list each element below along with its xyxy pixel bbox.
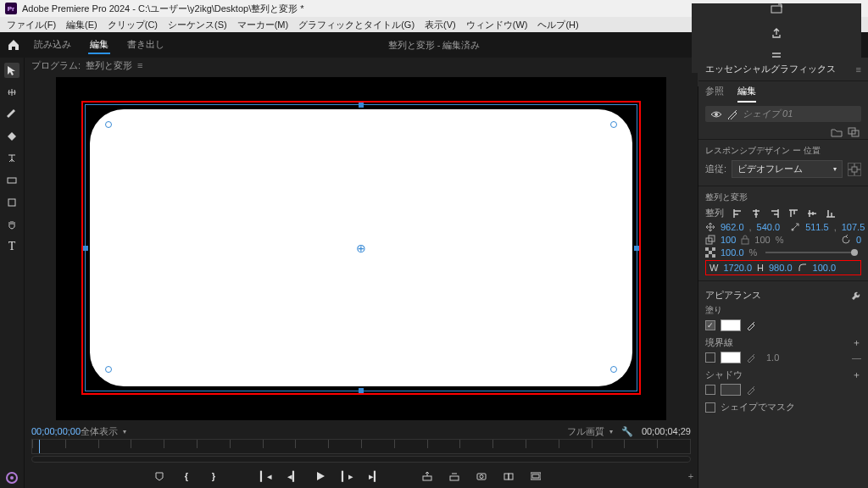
- hand-tool[interactable]: [4, 217, 19, 232]
- timeline-scrollbar[interactable]: [31, 456, 691, 463]
- go-to-out-button[interactable]: ▸▎: [368, 469, 381, 483]
- rectangle-tool[interactable]: [4, 129, 19, 144]
- workspace-tab-import[interactable]: 読み込み: [32, 36, 73, 54]
- edge-handle-bottom[interactable]: [359, 388, 364, 393]
- panel-menu-icon[interactable]: ≡: [856, 64, 861, 75]
- width-value[interactable]: 1720.0: [723, 263, 752, 273]
- selection-tool[interactable]: [4, 63, 19, 78]
- home-button[interactable]: [7, 38, 20, 52]
- mask-with-shape-checkbox[interactable]: [705, 402, 715, 413]
- fill-color-swatch[interactable]: [721, 319, 741, 331]
- polygon-tool[interactable]: [4, 195, 19, 210]
- align-right-button[interactable]: [768, 208, 782, 219]
- direct-selection-tool[interactable]: [4, 85, 19, 100]
- timecode-left[interactable]: 00;00;00;00: [31, 426, 81, 436]
- follow-dropdown[interactable]: ビデオフレーム ▾: [732, 160, 843, 178]
- new-layer-group-icon[interactable]: [848, 127, 860, 137]
- layer-visibility-icon[interactable]: [710, 110, 722, 119]
- edge-handle-top[interactable]: [359, 103, 364, 108]
- step-back-button[interactable]: ◂▎: [287, 469, 300, 483]
- rotation-value[interactable]: 0: [856, 235, 861, 245]
- corner-anchor-tr[interactable]: [610, 121, 617, 128]
- zoom-level-dropdown[interactable]: 全体表示: [81, 425, 118, 438]
- menu-file[interactable]: ファイル(F): [7, 19, 56, 31]
- scale-h[interactable]: 100: [754, 235, 770, 245]
- corner-anchor-bl[interactable]: [105, 366, 112, 373]
- appearance-settings-icon[interactable]: [851, 291, 861, 301]
- button-editor-icon[interactable]: +: [684, 469, 698, 483]
- timecode-right[interactable]: 00;00;04;29: [642, 426, 691, 436]
- add-marker-button[interactable]: [153, 469, 166, 483]
- corner-anchor-tl[interactable]: [105, 121, 112, 128]
- scale-lock-icon[interactable]: [741, 235, 749, 245]
- add-stroke-button[interactable]: ＋: [852, 336, 861, 349]
- type-tool[interactable]: T: [4, 239, 19, 254]
- anchor-x[interactable]: 511.5: [805, 222, 829, 232]
- scale-w[interactable]: 100: [721, 235, 736, 245]
- layer-name[interactable]: シェイプ 01: [743, 108, 793, 120]
- align-bottom-button[interactable]: [824, 208, 837, 219]
- play-button[interactable]: [314, 469, 327, 483]
- menu-graphics[interactable]: グラフィックとタイトル(G): [298, 19, 415, 31]
- edge-handle-left[interactable]: [83, 246, 88, 251]
- stroke-color-swatch[interactable]: [721, 352, 741, 363]
- quick-export-icon[interactable]: [771, 3, 782, 15]
- shadow-enabled-checkbox[interactable]: [705, 385, 715, 395]
- ellipse-tool[interactable]: [4, 173, 19, 188]
- panel-menu-icon[interactable]: ≡: [137, 60, 142, 70]
- anchor-point-icon[interactable]: ⊕: [356, 241, 366, 255]
- go-to-in-button[interactable]: ▎◂: [259, 469, 273, 483]
- new-layer-folder-icon[interactable]: [831, 127, 843, 137]
- safe-margins-button[interactable]: [529, 469, 542, 483]
- shadow-eyedropper-icon[interactable]: [746, 385, 756, 395]
- align-left-button[interactable]: [731, 208, 744, 219]
- menu-help[interactable]: ヘルプ(H): [537, 19, 578, 31]
- mark-out-button[interactable]: }: [207, 469, 220, 483]
- export-frame-button[interactable]: [475, 469, 488, 483]
- stroke-enabled-checkbox[interactable]: [705, 352, 715, 363]
- layer-row[interactable]: シェイプ 01: [705, 106, 861, 122]
- eg-tab-edit[interactable]: 編集: [737, 85, 756, 103]
- align-top-button[interactable]: [787, 208, 800, 219]
- chevron-down-icon[interactable]: ▾: [609, 428, 613, 435]
- step-forward-button[interactable]: ▎▸: [341, 469, 354, 483]
- settings-wrench-icon[interactable]: 🔧: [621, 426, 633, 437]
- resolution-dropdown[interactable]: フル画質: [567, 425, 604, 438]
- menu-clip[interactable]: クリップ(C): [108, 19, 158, 31]
- align-hcenter-button[interactable]: [749, 208, 763, 219]
- pen-tool[interactable]: [4, 107, 19, 122]
- opacity-value[interactable]: 100.0: [721, 247, 744, 258]
- anchor-y[interactable]: 107.5: [842, 222, 865, 232]
- stroke-width-value[interactable]: 1.0: [766, 352, 779, 363]
- stroke-type-dropdown[interactable]: ―: [852, 352, 861, 363]
- opacity-slider[interactable]: [765, 252, 858, 253]
- program-monitor[interactable]: ⊕: [56, 77, 666, 420]
- corner-radius-value[interactable]: 100.0: [813, 263, 837, 273]
- eg-tab-browse[interactable]: 参照: [705, 85, 724, 103]
- menu-marker[interactable]: マーカー(M): [237, 19, 289, 31]
- corner-anchor-br[interactable]: [610, 366, 617, 373]
- position-x[interactable]: 962.0: [721, 222, 744, 232]
- menu-sequence[interactable]: シーケンス(S): [168, 19, 227, 31]
- align-vcenter-button[interactable]: [805, 208, 819, 219]
- menu-edit[interactable]: 編集(E): [66, 19, 97, 31]
- time-ruler[interactable]: [31, 439, 691, 454]
- menu-window[interactable]: ウィンドウ(W): [466, 19, 528, 31]
- pin-edges-widget[interactable]: [848, 163, 861, 176]
- edge-handle-right[interactable]: [634, 246, 639, 251]
- add-shadow-button[interactable]: ＋: [852, 369, 861, 381]
- stroke-eyedropper-icon[interactable]: [746, 352, 756, 363]
- workspace-tab-export[interactable]: 書き出し: [125, 36, 166, 54]
- menu-view[interactable]: 表示(V): [425, 19, 456, 31]
- fill-enabled-checkbox[interactable]: ✓: [705, 320, 715, 330]
- workspace-tab-edit[interactable]: 編集: [88, 36, 110, 54]
- lift-button[interactable]: [420, 469, 434, 483]
- shadow-color-swatch[interactable]: [721, 384, 741, 396]
- fill-eyedropper-icon[interactable]: [746, 320, 756, 330]
- extract-button[interactable]: [448, 469, 461, 483]
- position-y[interactable]: 540.0: [757, 222, 781, 232]
- comparison-view-button[interactable]: [502, 469, 515, 483]
- vertical-type-tool[interactable]: [4, 151, 19, 166]
- chevron-down-icon[interactable]: ▾: [123, 428, 126, 435]
- height-value[interactable]: 980.0: [769, 263, 793, 273]
